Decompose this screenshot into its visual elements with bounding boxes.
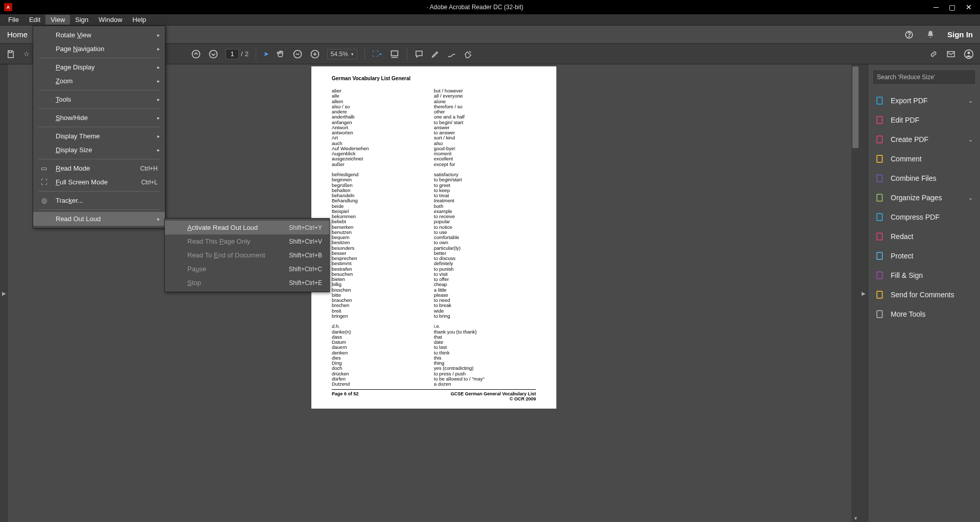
save-icon[interactable] bbox=[6, 50, 15, 59]
tool-icon bbox=[875, 193, 885, 202]
help-icon[interactable] bbox=[904, 30, 914, 39]
menu-file[interactable]: File bbox=[3, 15, 24, 25]
rpanel-item[interactable]: Send for Comments bbox=[872, 285, 976, 304]
chevron-down-icon: ⌄ bbox=[968, 98, 973, 104]
menu-sign[interactable]: Sign bbox=[70, 15, 93, 25]
rpanel-item[interactable]: Fill & Sign bbox=[872, 266, 976, 285]
search-tools-input[interactable]: Search 'Reduce Size' bbox=[872, 69, 976, 85]
chevron-down-icon: ⌄ bbox=[968, 136, 973, 143]
rpanel-item[interactable]: Edit PDF bbox=[872, 110, 976, 130]
rpanel-item[interactable]: Export PDF⌄ bbox=[872, 91, 976, 110]
close-button[interactable]: ✕ bbox=[966, 3, 972, 11]
vertical-scrollbar[interactable]: ▲ ▼ bbox=[851, 64, 860, 522]
page-up-icon[interactable] bbox=[191, 49, 201, 59]
submenu-pause[interactable]: PauseShift+Ctrl+C bbox=[165, 262, 329, 276]
vocab-term: sort / kind bbox=[434, 135, 536, 140]
scroll-thumb[interactable] bbox=[852, 66, 859, 148]
vocab-term: dauern bbox=[332, 345, 434, 350]
rpanel-item[interactable]: More Tools bbox=[872, 304, 976, 324]
mail-icon[interactable] bbox=[946, 50, 955, 59]
svg-rect-12 bbox=[877, 136, 883, 143]
menu-rotate-view[interactable]: Rotate View▸ bbox=[33, 28, 165, 42]
zoom-in-icon[interactable] bbox=[310, 49, 320, 59]
page-current-input[interactable] bbox=[226, 49, 239, 59]
menu-window[interactable]: Window bbox=[93, 15, 127, 25]
minimize-button[interactable]: ─ bbox=[934, 3, 939, 11]
hand-icon[interactable] bbox=[276, 50, 285, 59]
svg-rect-21 bbox=[877, 311, 883, 318]
draw-icon[interactable] bbox=[447, 50, 456, 59]
rpanel-item[interactable]: Create PDF⌄ bbox=[872, 130, 976, 149]
tool-icon bbox=[875, 135, 885, 144]
vocab-term: to last bbox=[434, 345, 536, 350]
pointer-icon[interactable]: ➤ bbox=[263, 50, 269, 58]
menu-zoom[interactable]: Zoom▸ bbox=[33, 74, 165, 88]
menu-display-size[interactable]: Display Size▸ bbox=[33, 143, 165, 157]
menu-read-mode[interactable]: ▭Read ModeCtrl+H bbox=[33, 161, 165, 175]
vocab-term: to notice bbox=[434, 225, 536, 230]
rpanel-item[interactable]: Organize Pages⌄ bbox=[872, 188, 976, 207]
vocab-term: to break bbox=[434, 303, 536, 308]
rpanel-item[interactable]: Compress PDF bbox=[872, 207, 976, 227]
submenu-to-end[interactable]: Read To End of DocumentShift+Ctrl+B bbox=[165, 248, 329, 262]
rpanel-item-label: Fill & Sign bbox=[891, 271, 923, 279]
menu-tracker[interactable]: ◎Tracker... bbox=[33, 194, 165, 207]
menu-page-display[interactable]: Page Display▸ bbox=[33, 60, 165, 74]
rpanel-item-label: More Tools bbox=[891, 310, 925, 318]
sign-in-button[interactable]: Sign In bbox=[947, 30, 973, 39]
menu-full-screen[interactable]: ⛶Full Screen ModeCtrl+L bbox=[33, 175, 165, 189]
menu-show-hide[interactable]: Show/Hide▸ bbox=[33, 111, 165, 125]
bell-icon[interactable] bbox=[926, 30, 935, 39]
right-pane-toggle[interactable]: ▶ bbox=[860, 64, 868, 522]
zoom-out-icon[interactable] bbox=[292, 49, 303, 59]
page-down-icon[interactable] bbox=[208, 49, 218, 59]
rpanel-item[interactable]: Combine Files bbox=[872, 169, 976, 188]
account-icon[interactable] bbox=[964, 49, 974, 59]
chevron-down-icon: ⌄ bbox=[968, 195, 973, 201]
fit-width-icon[interactable]: ⛶▾ bbox=[372, 50, 382, 58]
separator bbox=[364, 48, 365, 60]
submenu-activate[interactable]: Activate Read Out LoudShift+Ctrl+Y bbox=[165, 221, 329, 234]
fit-page-icon[interactable] bbox=[389, 50, 400, 58]
menu-page-navigation[interactable]: Page Navigation▸ bbox=[33, 42, 165, 56]
highlight-icon[interactable] bbox=[431, 50, 440, 59]
menu-display-theme[interactable]: Display Theme▸ bbox=[33, 129, 165, 143]
rpanel-item-label: Create PDF bbox=[891, 135, 928, 144]
svg-rect-16 bbox=[877, 213, 883, 221]
page-sep: / bbox=[241, 50, 243, 58]
submenu-stop[interactable]: StopShift+Ctrl+E bbox=[165, 276, 329, 290]
rpanel-item-label: Export PDF bbox=[891, 97, 927, 105]
read-out-loud-submenu: Activate Read Out LoudShift+Ctrl+Y Read … bbox=[164, 218, 330, 292]
maximize-button[interactable]: ▢ bbox=[949, 3, 955, 11]
vocab-term: yes (contradicting) bbox=[434, 366, 536, 371]
menu-view[interactable]: View bbox=[45, 15, 70, 25]
link-icon[interactable] bbox=[929, 50, 938, 59]
left-pane-toggle[interactable]: ▶ bbox=[0, 64, 8, 522]
vocab-term: particular(ly) bbox=[434, 246, 536, 251]
star-icon[interactable]: ☆ bbox=[23, 50, 30, 58]
rpanel-item-label: Edit PDF bbox=[891, 116, 919, 124]
vocab-term: also / so bbox=[332, 104, 434, 109]
menubar: File Edit View Sign Window Help bbox=[0, 14, 980, 26]
rpanel-item[interactable]: Protect bbox=[872, 246, 976, 266]
vocab-term: to begin/start bbox=[434, 177, 536, 182]
menu-edit[interactable]: Edit bbox=[24, 15, 45, 25]
vocab-term: to punish bbox=[434, 267, 536, 272]
view-menu: Rotate View▸ Page Navigation▸ Page Displ… bbox=[33, 26, 165, 228]
menu-read-out-loud[interactable]: Read Out Loud▸ bbox=[33, 212, 165, 226]
svg-point-9 bbox=[968, 52, 970, 54]
separator bbox=[256, 48, 256, 60]
home-tab[interactable]: Home bbox=[7, 30, 28, 39]
submenu-this-page[interactable]: Read This Page OnlyShift+Ctrl+V bbox=[165, 234, 329, 248]
menu-tools[interactable]: Tools▸ bbox=[33, 92, 165, 106]
vocab-term: bringen bbox=[332, 314, 434, 319]
rpanel-item[interactable]: Redact bbox=[872, 227, 976, 246]
comment-icon[interactable] bbox=[414, 50, 424, 59]
zoom-dropdown[interactable]: 54.5%▾ bbox=[327, 49, 357, 59]
menu-help[interactable]: Help bbox=[128, 15, 152, 25]
erase-icon[interactable] bbox=[463, 50, 474, 59]
rpanel-item[interactable]: Comment bbox=[872, 149, 976, 169]
scroll-down-arrow[interactable]: ▼ bbox=[853, 516, 858, 521]
svg-rect-13 bbox=[877, 155, 883, 162]
vocab-term: Art bbox=[332, 135, 434, 140]
